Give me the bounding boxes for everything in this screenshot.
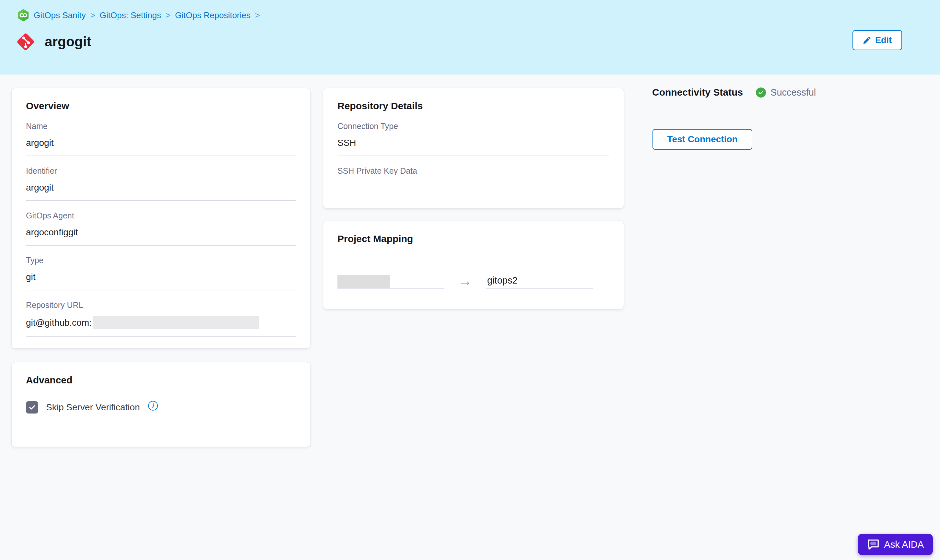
field-value: [337, 182, 609, 205]
skip-server-verification-label: Skip Server Verification: [46, 402, 140, 412]
repository-details-card: Repository Details Connection Type SSH S…: [323, 88, 624, 208]
mapping-target-value: gitops2: [486, 275, 519, 288]
overview-card: Overview Name argogit Identifier argogit…: [12, 88, 310, 348]
repository-url-prefix: git@github.com:: [26, 317, 92, 328]
overview-card-title: Overview: [26, 100, 296, 111]
field-value: git: [26, 272, 296, 283]
chat-icon: [867, 538, 880, 551]
vertical-divider: [635, 88, 635, 560]
skip-server-verification-row: Skip Server Verification i: [26, 401, 296, 414]
info-icon[interactable]: i: [148, 401, 158, 411]
breadcrumb-separator: >: [90, 10, 95, 20]
breadcrumb-link-settings[interactable]: GitOps: Settings: [100, 10, 161, 20]
mapping-source-field: [337, 273, 445, 289]
redacted-value: [337, 275, 390, 288]
breadcrumb: GitOps Sanity > GitOps: Settings > GitOp…: [17, 9, 260, 22]
breadcrumb-link-project[interactable]: GitOps Sanity: [34, 10, 86, 20]
field-label: SSH Private Key Data: [337, 166, 609, 175]
field-identifier: Identifier argogit: [26, 166, 296, 201]
redacted-value: [93, 316, 259, 329]
connectivity-status-row: Connectivity Status Successful: [652, 87, 816, 98]
breadcrumb-separator: >: [255, 10, 260, 20]
project-mapping-row: → gitops2: [337, 273, 609, 289]
pencil-icon: [863, 36, 871, 45]
status-text: Successful: [771, 87, 816, 98]
project-mapping-card-title: Project Mapping: [337, 233, 609, 245]
field-label: Connection Type: [337, 121, 609, 131]
field-gitops-agent: GitOps Agent argoconfiggit: [26, 211, 296, 246]
status-badge: Successful: [756, 87, 816, 98]
field-label: Type: [26, 255, 296, 265]
git-repo-icon: [16, 32, 35, 51]
check-icon: [28, 403, 36, 411]
skip-server-verification-checkbox[interactable]: [26, 401, 38, 414]
project-mapping-card: Project Mapping → gitops2: [323, 221, 624, 309]
edit-button[interactable]: Edit: [852, 30, 902, 50]
test-connection-label: Test Connection: [667, 134, 737, 145]
gitops-icon: [17, 9, 29, 22]
field-value: argogit: [26, 137, 296, 148]
field-value: argoconfiggit: [26, 227, 296, 238]
field-label: GitOps Agent: [26, 211, 296, 220]
mapping-target-field: gitops2: [486, 273, 593, 289]
page-title: argogit: [45, 34, 91, 49]
field-label: Name: [26, 121, 296, 131]
field-name: Name argogit: [26, 121, 296, 156]
success-check-icon: [756, 88, 766, 97]
title-row: argogit: [16, 32, 91, 51]
field-repository-url: Repository URL git@github.com:: [26, 300, 296, 337]
arrow-right-icon: →: [458, 274, 472, 288]
test-connection-button[interactable]: Test Connection: [652, 129, 752, 150]
edit-button-label: Edit: [875, 35, 892, 45]
breadcrumb-link-repositories[interactable]: GitOps Repositories: [175, 10, 251, 20]
field-value: argogit: [26, 182, 296, 193]
field-value: git@github.com:: [26, 316, 296, 329]
field-ssh-private-key: SSH Private Key Data: [337, 166, 609, 208]
breadcrumb-separator: >: [166, 10, 171, 20]
ask-aida-button[interactable]: Ask AIDA: [858, 534, 933, 555]
advanced-card-title: Advanced: [26, 375, 296, 386]
field-connection-type: Connection Type SSH: [337, 121, 609, 156]
field-value: SSH: [337, 137, 609, 148]
advanced-card: Advanced Skip Server Verification i: [12, 362, 310, 447]
repository-details-card-title: Repository Details: [337, 100, 609, 111]
field-label: Repository URL: [26, 300, 296, 310]
field-label: Identifier: [26, 166, 296, 175]
connectivity-status-title: Connectivity Status: [652, 87, 743, 98]
page-header: GitOps Sanity > GitOps: Settings > GitOp…: [0, 0, 940, 75]
ask-aida-label: Ask AIDA: [884, 539, 924, 550]
field-type: Type git: [26, 255, 296, 290]
